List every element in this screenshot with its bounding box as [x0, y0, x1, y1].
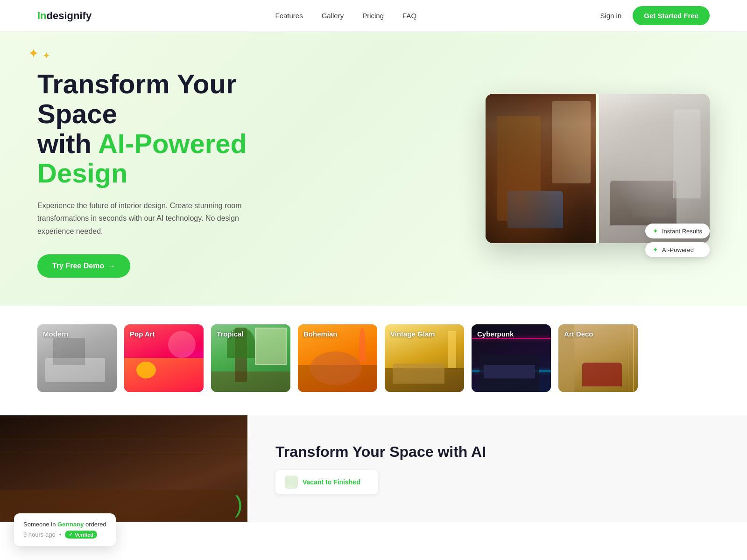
nav-gallery[interactable]: Gallery [322, 12, 344, 20]
hero-image-area: ✦ Instant Results ✦ AI-Powered [317, 94, 710, 243]
logo[interactable]: Indesignify [37, 10, 92, 22]
gallery-items-container: Modern Pop Art T [37, 324, 710, 392]
nav-pricing[interactable]: Pricing [362, 12, 384, 20]
try-demo-button[interactable]: Try Free Demo → [37, 254, 130, 278]
sparkles-decoration: ✦ ✦ [28, 46, 50, 61]
nav-right: Sign in Get Started Free [600, 6, 710, 25]
gallery-item-modern[interactable]: Modern [37, 324, 117, 392]
gallery-label-popart: Pop Art [130, 330, 155, 338]
sparkle-icon-2: ✦ [42, 50, 50, 61]
gallery-label-cyberpunk: Cyberpunk [477, 330, 514, 338]
gallery-item-vintage[interactable]: Vintage Glam [385, 324, 464, 392]
bottom-section: ) Transform Your Space with AI Vacant to… [0, 415, 747, 522]
notification-toast: Someone in Germany ordered 9 hours ago •… [14, 513, 116, 522]
bottom-content: Transform Your Space with AI Vacant to F… [247, 415, 747, 522]
hero-subtitle: Experience the future of interior design… [37, 199, 261, 238]
gallery-item-popart[interactable]: Pop Art [124, 324, 204, 392]
sparkle-icon: ✦ [28, 46, 39, 61]
gallery-strip: Modern Pop Art T [0, 306, 747, 415]
hero-title: Transform Your Space with AI-Powered Des… [37, 69, 317, 188]
gallery-label-modern: Modern [43, 330, 68, 338]
bottom-title: Transform Your Space with AI [275, 443, 719, 461]
ai-powered-badge: ✦ AI-Powered [645, 242, 710, 257]
gallery-item-tropical[interactable]: Tropical [211, 324, 290, 392]
vacant-dot [285, 476, 298, 489]
notification-text: Someone in Germany ordered [23, 521, 106, 522]
gallery-label-artdeco: Art Deco [564, 330, 593, 338]
hero-content: ✦ ✦ Transform Your Space with AI-Powered… [37, 60, 317, 278]
navbar: Indesignify Features Gallery Pricing FAQ… [0, 0, 747, 32]
nav-faq[interactable]: FAQ [402, 12, 416, 20]
gallery-label-vintage: Vintage Glam [390, 330, 435, 338]
gallery-label-tropical: Tropical [217, 330, 244, 338]
instant-results-badge: ✦ Instant Results [645, 224, 710, 238]
hero-badges: ✦ Instant Results ✦ AI-Powered [645, 224, 710, 257]
gallery-item-artdeco[interactable]: Art Deco [558, 324, 638, 392]
vacant-badge: Vacant to Finished [275, 470, 378, 494]
hero-image-before [486, 94, 596, 243]
hero-image-after [599, 94, 710, 243]
arrow-icon: → [108, 262, 115, 270]
bottom-image-panel: ) [0, 415, 247, 522]
get-started-button[interactable]: Get Started Free [633, 6, 710, 25]
gallery-item-bohemian[interactable]: Bohemian [298, 324, 377, 392]
vacant-label: Vacant to Finished [303, 478, 360, 486]
signin-link[interactable]: Sign in [600, 12, 621, 20]
badge-icon-instant: ✦ [653, 227, 658, 235]
hero-before-after [486, 94, 710, 243]
nav-features[interactable]: Features [275, 12, 303, 20]
gallery-item-cyberpunk[interactable]: Cyberpunk [472, 324, 551, 392]
badge-icon-ai: ✦ [653, 246, 658, 253]
nav-links: Features Gallery Pricing FAQ [275, 12, 416, 20]
hero-section: ✦ ✦ Transform Your Space with AI-Powered… [0, 32, 747, 306]
gallery-label-bohemian: Bohemian [303, 330, 338, 338]
